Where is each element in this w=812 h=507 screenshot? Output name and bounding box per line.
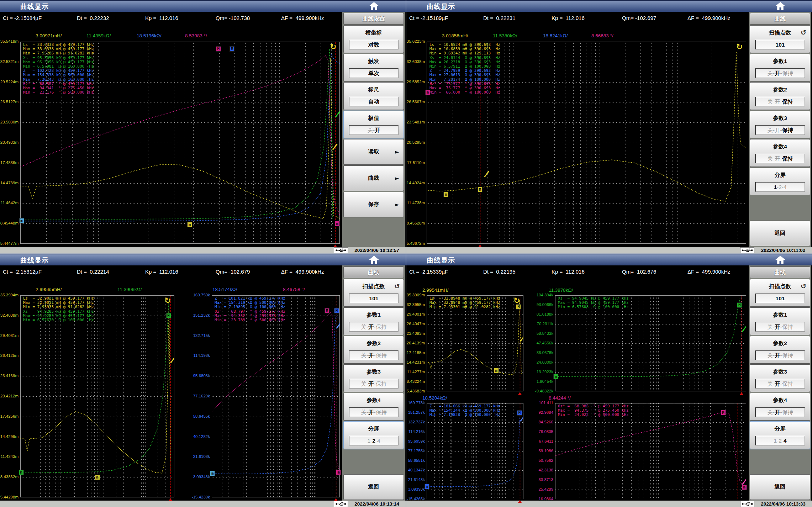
menu-button-param4[interactable]: 参数4关-开-保持 [343, 393, 404, 421]
refresh-sweep-icon[interactable]: ↻ [330, 42, 336, 51]
cursor-marker-M[interactable]: M [334, 308, 339, 313]
menu-button-extremes[interactable]: 极值关-开 [343, 111, 404, 138]
menu-button-return[interactable]: 返回 [343, 474, 404, 500]
cursor-pointer-icon[interactable] [333, 144, 337, 149]
cursor-marker-M[interactable]: M [166, 313, 171, 318]
cursor-marker-m[interactable]: m [19, 218, 24, 223]
menu-button-param4[interactable]: 参数4关-开-保持 [750, 139, 810, 167]
menu-button-param2[interactable]: 参数2关-开-保持 [750, 82, 810, 110]
usb-icon [740, 247, 754, 253]
menu-button-param2[interactable]: 参数2关-开-保持 [750, 336, 810, 364]
menu-button-save[interactable]: 保存► [343, 192, 404, 217]
measurement-trace [20, 301, 171, 473]
chart-plot[interactable] [427, 295, 523, 391]
y-axis-label: 14.4924m [406, 181, 425, 185]
cursor-marker-m[interactable]: m [553, 374, 558, 379]
cursor-marker-m[interactable]: m [19, 470, 24, 475]
cursor-marker-m[interactable]: m [494, 368, 499, 373]
sweep-position-triangle-icon [334, 498, 338, 501]
value-segment: 保持 [376, 409, 387, 415]
menu-button-label: 极值 [344, 115, 404, 122]
menu-button-x-axis[interactable]: 横坐标对数 [343, 25, 404, 53]
cursor-marker-m[interactable]: m [425, 484, 429, 489]
y-axis-label: 50.7562 [534, 458, 553, 463]
chart-plot[interactable] [20, 295, 174, 497]
value-segment: 开 [375, 127, 380, 133]
stat-ct: Ct = -2.15312µF [3, 269, 42, 275]
cursor-marker-M[interactable]: M [737, 302, 742, 308]
cursor-marker-m[interactable]: m [187, 222, 192, 227]
usb-icon [334, 501, 348, 507]
value-segment: 2 [779, 184, 782, 190]
menu-button-split[interactable]: 分屏1-2-4 [750, 421, 810, 449]
menu-button-sweep-points[interactable]: 扫描点数↺101 [750, 25, 810, 53]
home-button[interactable] [369, 1, 380, 11]
cursor-marker-m[interactable]: m [425, 90, 430, 95]
cursor-marker-m[interactable]: m [742, 485, 747, 490]
menu-button-return[interactable]: 返回 [750, 221, 810, 246]
title-bar: 曲线显示 [406, 254, 812, 266]
cursor-pointer-icon[interactable] [336, 111, 340, 117]
refresh-sweep-icon[interactable]: ↻ [736, 42, 743, 51]
cursor-pointer-icon[interactable] [520, 416, 523, 421]
menu-button-sweep-points[interactable]: 扫描点数↺101 [343, 279, 404, 307]
menu-button-return[interactable]: 返回 [750, 474, 810, 500]
cursor-marker-M[interactable]: M [230, 46, 234, 52]
refresh-sweep-icon[interactable]: ↻ [513, 296, 520, 305]
menu-button-param3[interactable]: 参数3关-开-保持 [750, 111, 810, 138]
menu-button-param3[interactable]: 参数3关-开-保持 [750, 364, 810, 392]
menu-button-trigger[interactable]: 触发单次 [343, 54, 404, 81]
menu-button-param3[interactable]: 参数3关-开-保持 [343, 364, 404, 392]
cursor-marker-M[interactable]: M [516, 304, 521, 310]
menu-button-ruler[interactable]: 标尺自动 [343, 82, 404, 110]
menu-button-read[interactable]: 读取► [343, 139, 404, 165]
cursor-marker-M[interactable]: M [216, 46, 221, 52]
chart-plot[interactable] [555, 295, 746, 391]
cursor-marker-m[interactable]: m [336, 470, 341, 475]
trace-legend: Z = 101.666 kΩ @ 459.177 kHzMax = 154.34… [429, 404, 500, 417]
menu-button-param1[interactable]: 参数1关-开-保持 [750, 54, 810, 81]
value-segment: 关 [361, 409, 367, 415]
menu-button-split[interactable]: 分屏1-2-4 [343, 421, 404, 449]
y-axis-label: 151.257k [406, 410, 425, 414]
chart-plot[interactable] [427, 403, 523, 499]
menu-button-param1[interactable]: 参数1关-开-保持 [750, 307, 810, 335]
cursor-marker-M[interactable]: M [517, 410, 522, 416]
title-bar: 曲线显示 [0, 254, 406, 266]
cursor-marker-M[interactable]: M [721, 410, 726, 415]
y-axis-label: 26.5667m [406, 100, 425, 104]
menu-button-sweep-points[interactable]: 扫描点数↺101 [750, 279, 810, 307]
y-axis-label: 35.3994m [0, 293, 19, 297]
menu-button-label: 分屏 [344, 425, 404, 433]
chart-plot[interactable] [555, 403, 746, 499]
stat-ct: Ct = -2.15189µF [409, 15, 448, 21]
menu-button-param2[interactable]: 参数2关-开-保持 [343, 336, 404, 364]
refresh-sweep-icon[interactable]: ↻ [164, 296, 171, 305]
legend-group: θz° = 75.577 ° @ 390.693 HzMax = 75.777 … [429, 82, 500, 95]
menu-button-param4[interactable]: 参数4关-开-保持 [750, 393, 810, 421]
cursor-marker-M[interactable]: M [478, 187, 483, 192]
cursor-marker-m[interactable]: m [443, 192, 448, 197]
cursor-pointer-icon[interactable] [742, 479, 746, 485]
cursor-marker-m[interactable]: m [335, 221, 340, 226]
chart-plot[interactable] [212, 295, 340, 497]
title-bar: 曲线显示 [406, 0, 812, 12]
cursor-pointer-icon[interactable] [171, 357, 174, 363]
value-segment: 101 [776, 42, 785, 48]
cursor-pointer-icon[interactable] [742, 326, 746, 332]
home-button[interactable] [775, 255, 786, 265]
menu-button-value: 关-开-保持 [349, 407, 399, 417]
cursor-pointer-icon[interactable] [485, 171, 489, 177]
value-segment: 关 [767, 127, 773, 133]
menu-button-value: 关-开-保持 [349, 350, 399, 360]
home-button[interactable] [369, 255, 380, 265]
cursor-marker-m[interactable]: m [210, 471, 215, 476]
menu-button-curve[interactable]: 曲线► [343, 165, 404, 191]
menu-button-split[interactable]: 分屏1-2-4 [750, 168, 810, 195]
cursor-pointer-icon[interactable] [520, 336, 523, 342]
stat-ct: Ct = -2.15084µF [3, 15, 42, 21]
menu-button-param1[interactable]: 参数1关-开-保持 [343, 307, 404, 335]
cursor-marker-m[interactable]: m [95, 475, 100, 480]
home-button[interactable] [775, 1, 786, 11]
cursor-marker-M[interactable]: M [325, 308, 329, 313]
